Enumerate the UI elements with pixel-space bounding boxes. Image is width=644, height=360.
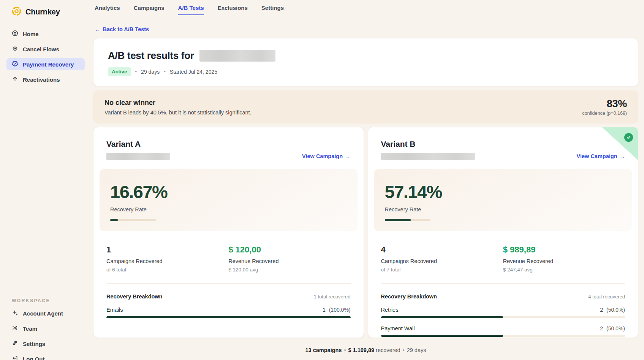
trend-up-icon <box>12 76 18 83</box>
breakdown-total: 1 total recovered <box>314 294 351 300</box>
logout-icon <box>12 355 18 360</box>
breakdown-bar-fill <box>106 316 351 318</box>
variant-a-breakdown: Recovery Breakdown 1 total recovered Ema… <box>106 293 351 318</box>
brand-name: Churnkey <box>25 8 60 16</box>
variant-a-campaigns-stat: 1 Campaigns Recovered of 6 total <box>106 245 228 273</box>
sidebar-item-account-agent[interactable]: Account Agent <box>6 307 85 319</box>
summary-campaigns: 13 campaigns <box>305 347 342 353</box>
divider <box>106 283 351 284</box>
sidebar-nav: Home Cancel Flows Paymen <box>0 28 91 86</box>
campaigns-total: of 6 total <box>106 267 228 273</box>
confidence-label: confidence (p=0.169) <box>582 111 627 116</box>
redacted-campaign-name <box>381 153 475 160</box>
sidebar-item-reactivations[interactable]: Reactivations <box>6 73 85 86</box>
variant-b-title: Variant B <box>381 140 475 149</box>
breakdown-total: 4 total recovered <box>588 294 625 300</box>
test-start-date: Started Jul 24, 2025 <box>170 69 217 75</box>
winner-check-icon <box>624 133 633 142</box>
breakdown-row-label: Retries <box>381 307 399 313</box>
banner-title: No clear winner <box>104 99 252 107</box>
tab-exclusions[interactable]: Exclusions <box>218 5 248 15</box>
sidebar-item-label: Payment Recovery <box>23 61 74 68</box>
revenue-recovered-label: Revenue Recovered <box>228 258 350 264</box>
variant-a-card: Variant A View Campaign → 16.67% Recover… <box>93 127 364 338</box>
campaigns-total: of 7 total <box>381 267 503 273</box>
breakdown-bar <box>106 316 351 318</box>
confidence-value: 83% <box>582 98 627 110</box>
dot-separator: • <box>344 347 346 353</box>
breakdown-bar <box>381 316 625 318</box>
back-to-ab-tests-link[interactable]: ← Back to A/B Tests <box>95 26 149 32</box>
sidebar-item-label: Team <box>23 325 37 332</box>
sidebar-item-home[interactable]: Home <box>6 28 85 40</box>
breakdown-row-value: 2 <box>600 325 603 331</box>
test-header-card: A/B test results for Active • 29 days • … <box>93 38 638 86</box>
test-duration: 29 days <box>141 69 160 75</box>
breakdown-row-emails: Emails 1 (100.0%) <box>106 307 351 318</box>
breakdown-row-label: Emails <box>106 307 123 313</box>
revenue-average: $ 247,47 avg <box>503 267 625 273</box>
variant-a-view-campaign-link[interactable]: View Campaign → <box>302 153 350 160</box>
sidebar-item-settings[interactable]: Settings <box>6 338 85 350</box>
divider <box>381 283 625 284</box>
variant-cards: Variant A View Campaign → 16.67% Recover… <box>93 127 638 338</box>
revenue-recovered-value: $ 989,89 <box>503 245 625 255</box>
variant-a-title: Variant A <box>106 140 170 149</box>
recovery-rate-label: Recovery Rate <box>110 206 347 213</box>
variant-b-view-campaign-link[interactable]: View Campaign → <box>577 153 625 160</box>
test-meta-row: Active • 29 days • Started Jul 24, 2025 <box>108 67 623 76</box>
status-badge: Active <box>108 67 131 76</box>
sidebar-item-team[interactable]: Team <box>6 322 85 335</box>
variant-b-recovery-rate-bar <box>385 219 430 221</box>
sidebar-item-label: Cancel Flows <box>23 46 59 52</box>
campaigns-recovered-value: 4 <box>381 245 503 255</box>
variant-a-recovery-rate-bar <box>110 219 156 221</box>
dot-separator: • <box>403 347 405 353</box>
breakdown-title: Recovery Breakdown <box>106 293 162 300</box>
page-title: A/B test results for <box>108 50 194 62</box>
variant-b-breakdown: Recovery Breakdown 4 total recovered Ret… <box>381 293 625 337</box>
tab-campaigns[interactable]: Campaigns <box>134 5 165 15</box>
brand-logo[interactable]: Churnkey <box>0 6 91 18</box>
breakdown-row-pct: (50.0%) <box>606 307 625 313</box>
main-content: Analytics Campaigns A/B Tests Exclusions… <box>91 0 644 360</box>
sidebar-item-label: Home <box>23 31 39 37</box>
test-summary-footer: 13 campaigns•$ 1.109,89 recovered•29 day… <box>93 347 638 353</box>
breakdown-row-pct: (100.0%) <box>329 307 351 313</box>
redacted-campaign-name <box>106 153 170 160</box>
variant-a-recovery-rate-bar-fill <box>110 219 118 221</box>
circles-icon <box>12 340 18 347</box>
dot-separator: • <box>135 69 137 75</box>
variant-b-recovery-rate-panel: 57.14% Recovery Rate <box>374 169 632 231</box>
result-banner: No clear winner Variant B leads by 40.5%… <box>93 90 638 124</box>
arrow-right-icon: → <box>620 153 625 159</box>
breakdown-bar-fill <box>381 316 503 318</box>
recovery-rate-label: Recovery Rate <box>385 206 622 213</box>
seal-star-icon <box>12 60 18 68</box>
variant-a-recovery-rate: 16.67% <box>110 181 347 202</box>
campaigns-recovered-label: Campaigns Recovered <box>106 258 228 264</box>
banner-subtitle: Variant B leads by 40.5%, but it is not … <box>104 109 252 116</box>
sidebar-item-cancel-flows[interactable]: Cancel Flows <box>6 43 85 55</box>
sidebar-item-label: Account Agent <box>23 310 63 317</box>
breakdown-row-payment-wall: Payment Wall 2 (50.0%) <box>381 325 625 337</box>
breakdown-bar <box>381 335 625 337</box>
top-nav: Analytics Campaigns A/B Tests Exclusions… <box>95 0 638 15</box>
sidebar-item-log-out[interactable]: Log Out <box>6 353 85 360</box>
breakdown-row-label: Payment Wall <box>381 325 415 331</box>
summary-duration: 29 days <box>407 347 426 353</box>
workspace-section-label: WORKSPACE <box>6 298 85 303</box>
redacted-test-name <box>199 50 275 62</box>
app-root: Churnkey Home Cancel Flows <box>0 0 644 360</box>
variant-b-recovery-rate: 57.14% <box>385 181 622 202</box>
tab-analytics[interactable]: Analytics <box>95 5 120 15</box>
variant-b-campaigns-stat: 4 Campaigns Recovered of 7 total <box>381 245 503 273</box>
arrow-right-icon: → <box>345 153 351 159</box>
heart-icon <box>12 45 18 53</box>
tab-ab-tests[interactable]: A/B Tests <box>178 5 204 15</box>
tab-settings[interactable]: Settings <box>261 5 284 15</box>
variant-a-recovery-rate-panel: 16.67% Recovery Rate <box>100 169 358 231</box>
breakdown-row-pct: (50.0%) <box>606 325 625 331</box>
arrow-left-icon: ← <box>95 26 100 32</box>
sidebar-item-payment-recovery[interactable]: Payment Recovery <box>6 58 85 70</box>
